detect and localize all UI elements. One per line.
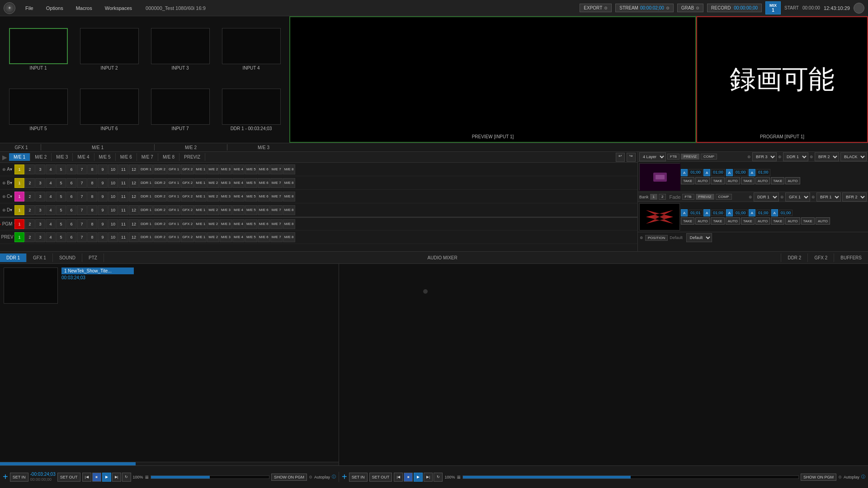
take-btn-2a[interactable]: TAKE <box>681 217 694 225</box>
position-select[interactable]: Default <box>686 233 712 242</box>
tab-ptz[interactable]: PTZ <box>82 253 104 262</box>
switcher-cell[interactable]: 10 <box>108 178 118 188</box>
black-select[interactable]: BLACK <box>840 152 867 161</box>
prev-cell[interactable]: M/E 4 <box>232 232 245 242</box>
input-cell-2[interactable]: INPUT 2 <box>75 20 144 79</box>
take-btn-2e[interactable]: TAKE <box>801 217 815 225</box>
prev-cell[interactable]: 9 <box>98 232 108 242</box>
input-cell-5[interactable]: INPUT 5 <box>4 80 73 139</box>
loop-left-button[interactable]: ↻ <box>122 473 131 482</box>
switcher-cell[interactable]: 12 <box>129 192 139 202</box>
prev-cell[interactable]: 1 <box>14 232 24 242</box>
take-btn-1c[interactable]: TAKE <box>741 177 755 184</box>
pgm-cell[interactable]: GFX 1 <box>167 219 180 229</box>
pgm-cell[interactable]: M/E 2 <box>207 219 219 229</box>
switcher-cell[interactable]: 7 <box>77 178 87 188</box>
switcher-cell[interactable]: 7 <box>77 205 87 215</box>
switcher-cell[interactable]: M/E 3 <box>220 164 232 174</box>
switcher-cell[interactable]: 4 <box>46 164 56 174</box>
switcher-cell[interactable]: 6 <box>66 205 76 215</box>
tab-me4[interactable]: M/E 4 <box>73 153 94 161</box>
prev-cell[interactable]: 12 <box>129 232 139 242</box>
stream-button[interactable]: STREAM 00:00:02;00 ⚙ <box>615 4 674 12</box>
bfr3-select[interactable]: BFR 3 <box>752 152 777 161</box>
play-right-button[interactable]: ▶ <box>414 473 423 482</box>
switcher-cell[interactable]: 8 <box>87 164 97 174</box>
switcher-cell[interactable]: 5 <box>56 178 66 188</box>
input-cell-1[interactable]: INPUT 1 <box>4 20 73 79</box>
switcher-cell[interactable]: M/E 8 <box>283 164 295 174</box>
switcher-cell[interactable]: M/E 8 <box>283 192 295 202</box>
switcher-cell[interactable]: DDR 1 <box>139 192 153 202</box>
ddr1-select[interactable]: DDR 1 <box>783 152 808 161</box>
prev-cell[interactable]: GFX 1 <box>167 232 180 242</box>
take-btn-2b[interactable]: TAKE <box>711 217 724 225</box>
autoplay-left-toggle[interactable]: ⓘ <box>332 474 336 480</box>
tab-ddr1[interactable]: DDR 1 <box>0 253 27 262</box>
switcher-cell[interactable]: 12 <box>129 205 139 215</box>
switcher-cell[interactable]: M/E 7 <box>270 192 283 202</box>
switcher-cell[interactable]: 10 <box>108 205 118 215</box>
prev-cell[interactable]: 8 <box>87 232 97 242</box>
input-cell-6[interactable]: INPUT 6 <box>75 80 144 139</box>
switcher-cell[interactable]: 10 <box>108 192 118 202</box>
pgm-cell[interactable]: 7 <box>77 219 87 229</box>
switcher-cell[interactable]: 6 <box>66 192 76 202</box>
progress-bar-left[interactable] <box>151 475 269 479</box>
switcher-cell[interactable]: 11 <box>118 178 128 188</box>
bank-2-button[interactable]: 2 <box>659 194 666 200</box>
switcher-cell[interactable]: 10 <box>108 164 118 174</box>
switcher-cell[interactable]: M/E 4 <box>232 178 245 188</box>
tab-sound[interactable]: SOUND <box>53 253 82 262</box>
comp-button[interactable]: COMP <box>701 154 717 160</box>
switcher-cell[interactable]: 4 <box>46 178 56 188</box>
bfr2-select[interactable]: BFR 2 <box>815 152 839 161</box>
undo-button[interactable]: ↩ <box>616 153 625 162</box>
menu-file[interactable]: File <box>23 4 36 13</box>
switcher-cell[interactable]: 8 <box>87 192 97 202</box>
pgm-cell[interactable]: DDR 1 <box>139 219 153 229</box>
pgm-cell[interactable]: DDR 2 <box>153 219 167 229</box>
switcher-cell[interactable]: M/E 1 <box>194 178 207 188</box>
bank-1-button[interactable]: 1 <box>650 194 657 200</box>
switcher-cell[interactable]: 2 <box>25 164 35 174</box>
pgm-cell[interactable]: 11 <box>118 219 128 229</box>
switcher-cell[interactable]: DDR 1 <box>139 164 153 174</box>
switcher-cell[interactable]: M/E 7 <box>270 178 283 188</box>
switcher-cell[interactable]: GFX 1 <box>167 192 180 202</box>
prev-cell[interactable]: DDR 2 <box>153 232 167 242</box>
switcher-cell[interactable]: 6 <box>66 164 76 174</box>
switcher-cell[interactable]: 5 <box>56 205 66 215</box>
take-btn-1b[interactable]: TAKE <box>711 177 724 184</box>
switcher-cell[interactable]: 1 <box>14 164 24 174</box>
auto-btn-2e[interactable]: AUTO <box>816 217 830 225</box>
switcher-cell[interactable]: M/E 6 <box>258 178 270 188</box>
tab-previz[interactable]: PREVIZ <box>179 153 205 161</box>
take-btn-2c[interactable]: TAKE <box>741 217 755 225</box>
prev-cell[interactable]: M/E 7 <box>270 232 283 242</box>
show-pgm-right-button[interactable]: SHOW ON PGM <box>801 474 836 481</box>
play-left-button[interactable]: ▶ <box>102 473 111 482</box>
set-in-right-button[interactable]: SET IN <box>349 473 368 482</box>
switcher-cell[interactable]: M/E 2 <box>207 205 219 215</box>
set-in-left-button[interactable]: SET IN <box>10 473 28 482</box>
prev-cell[interactable]: 11 <box>118 232 128 242</box>
switcher-cell[interactable]: M/E 8 <box>283 205 295 215</box>
switcher-cell[interactable]: 4 <box>46 205 56 215</box>
switcher-cell[interactable]: GFX 2 <box>181 178 194 188</box>
tab-me2[interactable]: M/E 2 <box>30 153 52 161</box>
skip-end-left-button[interactable]: ▶| <box>112 473 121 482</box>
set-out-right-button[interactable]: SET OUT <box>369 473 392 482</box>
switcher-cell[interactable]: 4 <box>46 192 56 202</box>
switcher-cell[interactable]: M/E 3 <box>220 205 232 215</box>
switcher-cell[interactable]: M/E 8 <box>283 178 295 188</box>
prev-cell[interactable]: M/E 5 <box>245 232 257 242</box>
switcher-cell[interactable]: 8 <box>87 178 97 188</box>
input-cell-7[interactable]: INPUT 7 <box>146 80 215 139</box>
tab-me6[interactable]: M/E 6 <box>116 153 137 161</box>
pgm-cell[interactable]: 1 <box>14 219 24 229</box>
switcher-cell[interactable]: M/E 7 <box>270 205 283 215</box>
set-out-left-button[interactable]: SET OUT <box>57 473 80 482</box>
switcher-cell[interactable]: 2 <box>25 192 35 202</box>
switcher-cell[interactable]: M/E 2 <box>207 164 219 174</box>
